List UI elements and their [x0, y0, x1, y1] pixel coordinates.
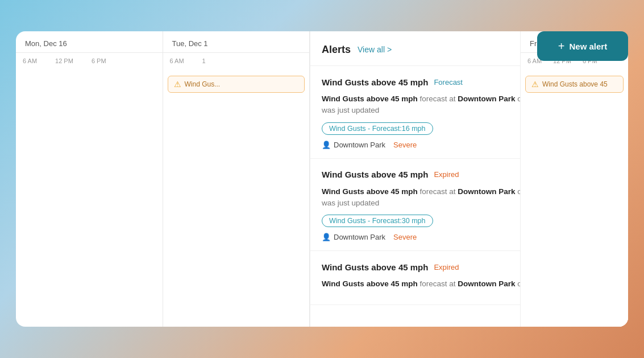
- alert-3-prefix: forecast at: [419, 279, 458, 288]
- alert-3-bold1: Wind Gusts above 45 mph: [322, 279, 418, 288]
- alert-bar-fri[interactable]: ⚠ Wind Gusts above 45: [525, 76, 624, 93]
- alert-bar-tue-text: Wind Gus...: [185, 80, 221, 88]
- alert-3-name: Wind Gusts above 45 mph: [322, 262, 428, 272]
- cal-day-tue-header: Tue, Dec 1: [163, 31, 310, 53]
- alert-1-badge: Wind Gusts - Forecast:16 mph: [322, 122, 433, 135]
- person-icon-1: 👤: [322, 141, 331, 149]
- time-1-tue: 1: [202, 57, 206, 64]
- calendar-area: Mon, Dec 16 6 AM 12 PM 6 PM Tue, Dec 1 6…: [16, 31, 310, 327]
- time-6am-mon: 6 AM: [23, 57, 37, 64]
- alert-2-badge: Wind Gusts - Forecast:30 mph: [322, 215, 433, 227]
- cal-time-labels-tue: 6 AM 1: [163, 53, 310, 64]
- alert-1-status: Forecast: [434, 78, 463, 87]
- warning-icon-fri: ⚠: [531, 80, 539, 89]
- alert-bar-tue[interactable]: ⚠ Wind Gus...: [168, 76, 305, 93]
- alert-3-status: Expired: [434, 263, 459, 271]
- alert-2-location-text: Downtown Park: [334, 233, 385, 241]
- alert-1-location: Downtown Park: [458, 94, 515, 103]
- alert-1-location-text: Downtown Park: [334, 141, 385, 149]
- cal-body-fri: ⚠ Wind Gusts above 45: [521, 64, 628, 90]
- new-alert-button-label: New alert: [569, 42, 607, 51]
- alert-2-location: Downtown Park: [458, 187, 515, 196]
- alert-2-prefix: forecast at: [419, 187, 458, 196]
- time-12pm-mon: 12 PM: [55, 57, 73, 64]
- warning-icon-tue: ⚠: [174, 80, 181, 89]
- cal-day-tue: Tue, Dec 1 6 AM 1 ⚠ Wind Gus...: [163, 31, 310, 327]
- cal-day-fri: Fri, Dec 20 6 AM 12 PM 6 PM ⚠ Wind Gusts…: [520, 31, 628, 327]
- alert-1-location-tag: 👤 Downtown Park: [322, 141, 385, 149]
- alert-3-location: Downtown Park: [458, 279, 515, 288]
- alert-2-suffix: was just updated: [322, 199, 379, 207]
- new-alert-button[interactable]: + New alert: [537, 31, 628, 61]
- alert-1-name: Wind Gusts above 45 mph: [322, 77, 428, 87]
- alert-2-status: Expired: [434, 170, 459, 179]
- cal-body-mon: [16, 64, 163, 327]
- time-6pm-mon: 6 PM: [92, 57, 106, 64]
- cal-day-mon-header: Mon, Dec 16: [16, 31, 163, 53]
- alert-2-name: Wind Gusts above 45 mph: [322, 170, 428, 179]
- time-6am-tue: 6 AM: [170, 57, 184, 64]
- alert-bar-fri-text: Wind Gusts above 45: [542, 80, 608, 88]
- cal-day-mon: Mon, Dec 16 6 AM 12 PM 6 PM: [16, 31, 163, 327]
- new-alert-plus-icon: +: [558, 40, 565, 52]
- alert-2-location-tag: 👤 Downtown Park: [322, 233, 385, 241]
- alert-1-suffix: was just updated: [322, 106, 379, 114]
- alert-2-bold1: Wind Gusts above 45 mph: [322, 187, 418, 196]
- alert-1-severity: Severe: [393, 141, 417, 149]
- view-all-link[interactable]: View all >: [358, 45, 392, 54]
- alert-1-prefix: forecast at: [419, 94, 458, 103]
- cal-time-labels-mon: 6 AM 12 PM 6 PM: [16, 53, 163, 64]
- alert-1-bold1: Wind Gusts above 45 mph: [322, 94, 418, 103]
- cal-day-tue-label: Tue, Dec 1: [172, 39, 208, 48]
- alert-2-severity: Severe: [393, 233, 417, 241]
- cal-body-tue: ⚠ Wind Gus...: [163, 64, 310, 327]
- alerts-title: Alerts: [322, 44, 351, 56]
- person-icon-2: 👤: [322, 233, 331, 241]
- cal-day-mon-label: Mon, Dec 16: [25, 39, 67, 48]
